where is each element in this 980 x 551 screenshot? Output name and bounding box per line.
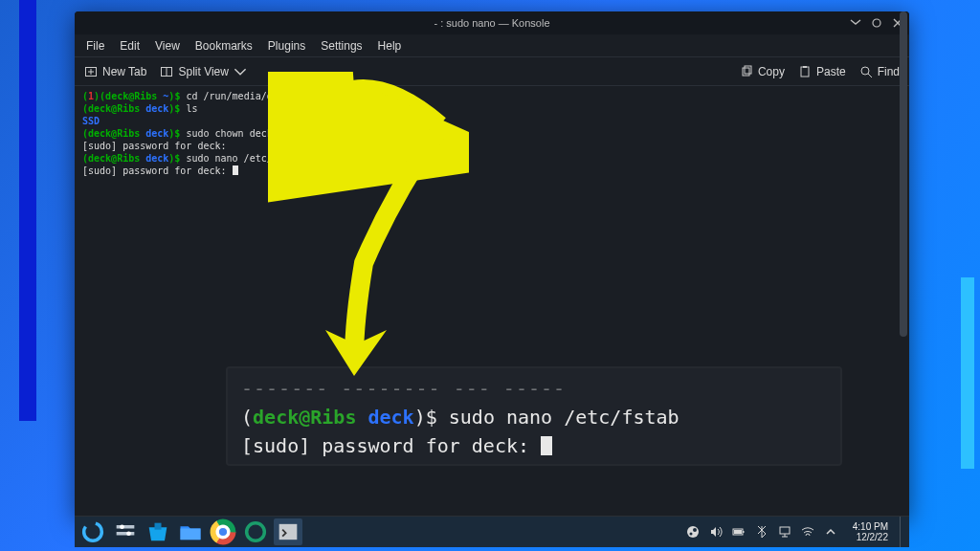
- copy-button[interactable]: Copy: [740, 65, 785, 78]
- show-desktop-button[interactable]: [900, 517, 905, 547]
- decorative-bar-left: [19, 0, 36, 421]
- svg-line-9: [868, 74, 872, 77]
- wifi-icon[interactable]: [801, 525, 814, 539]
- split-view-label: Split View: [178, 65, 228, 78]
- settings-taskbar-icon[interactable]: [111, 518, 140, 545]
- steam-tray-icon[interactable]: [686, 525, 700, 539]
- scrollbar[interactable]: [900, 11, 907, 518]
- find-label: Find: [878, 65, 900, 78]
- copy-label: Copy: [758, 65, 785, 78]
- taskbar: 4:10 PM 12/2/22: [75, 517, 909, 547]
- titlebar[interactable]: - : sudo nano — Konsole: [75, 11, 909, 34]
- menu-file[interactable]: File: [86, 39, 104, 53]
- svg-rect-31: [780, 527, 790, 534]
- zoom-inset: ------- -------- --- ----- (deck@Ribs de…: [228, 368, 840, 464]
- chevron-up-icon[interactable]: [824, 525, 837, 539]
- menu-view[interactable]: View: [155, 39, 180, 53]
- svg-point-14: [126, 531, 131, 536]
- svg-rect-12: [117, 532, 135, 536]
- app-icon[interactable]: [241, 518, 270, 545]
- svg-point-0: [873, 19, 880, 27]
- svg-rect-4: [743, 68, 749, 76]
- bluetooth-icon[interactable]: [755, 525, 768, 539]
- svg-rect-29: [743, 531, 745, 533]
- clock-date: 12/2/22: [853, 532, 888, 542]
- split-view-icon: [160, 65, 173, 78]
- network-icon[interactable]: [778, 525, 791, 539]
- menu-edit[interactable]: Edit: [120, 39, 140, 53]
- paste-button[interactable]: Paste: [798, 65, 846, 78]
- clock-time: 4:10 PM: [853, 521, 888, 532]
- volume-icon[interactable]: [709, 525, 723, 539]
- svg-point-23: [247, 523, 265, 541]
- svg-rect-30: [734, 530, 742, 534]
- search-icon: [859, 65, 873, 78]
- svg-rect-15: [155, 523, 162, 530]
- maximize-icon[interactable]: [871, 17, 882, 29]
- svg-point-10: [84, 523, 102, 541]
- split-view-button[interactable]: Split View: [160, 65, 246, 78]
- menubar: File Edit View Bookmarks Plugins Setting…: [75, 34, 909, 57]
- svg-rect-7: [803, 66, 807, 68]
- svg-point-8: [861, 67, 869, 75]
- system-tray: [680, 525, 843, 539]
- decorative-bar-right: [961, 277, 974, 469]
- menu-bookmarks[interactable]: Bookmarks: [195, 39, 253, 53]
- zoom-garble: ------- -------- --- -----: [241, 377, 566, 400]
- window-title: - : sudo nano — Konsole: [434, 17, 549, 29]
- svg-point-26: [693, 528, 697, 532]
- paste-label: Paste: [816, 65, 846, 78]
- new-tab-label: New Tab: [102, 65, 146, 78]
- toolbar: New Tab Split View Copy Paste Find: [75, 57, 909, 86]
- svg-rect-6: [801, 67, 809, 77]
- new-tab-button[interactable]: New Tab: [84, 65, 146, 78]
- paste-icon: [798, 65, 812, 78]
- copy-icon: [740, 65, 753, 78]
- clock[interactable]: 4:10 PM 12/2/22: [847, 521, 894, 542]
- start-button[interactable]: [78, 518, 107, 545]
- store-icon[interactable]: [144, 518, 172, 545]
- svg-rect-16: [181, 529, 201, 540]
- konsole-taskbar-icon[interactable]: [274, 518, 302, 545]
- svg-point-13: [120, 524, 124, 529]
- new-tab-icon: [84, 65, 98, 78]
- svg-point-27: [689, 533, 692, 536]
- menu-settings[interactable]: Settings: [321, 39, 362, 53]
- cursor-icon: [541, 436, 552, 455]
- menu-help[interactable]: Help: [378, 39, 402, 53]
- scrollbar-thumb[interactable]: [900, 11, 907, 337]
- find-button[interactable]: Find: [859, 65, 900, 78]
- minimize-icon[interactable]: [850, 17, 861, 29]
- file-manager-icon[interactable]: [176, 518, 205, 545]
- menu-plugins[interactable]: Plugins: [268, 39, 305, 53]
- svg-rect-5: [745, 66, 751, 74]
- chrome-icon[interactable]: [209, 518, 237, 545]
- svg-point-25: [687, 526, 699, 538]
- svg-rect-24: [279, 524, 298, 540]
- battery-icon[interactable]: [732, 525, 746, 539]
- chevron-down-icon: [234, 65, 247, 78]
- svg-rect-11: [117, 525, 135, 529]
